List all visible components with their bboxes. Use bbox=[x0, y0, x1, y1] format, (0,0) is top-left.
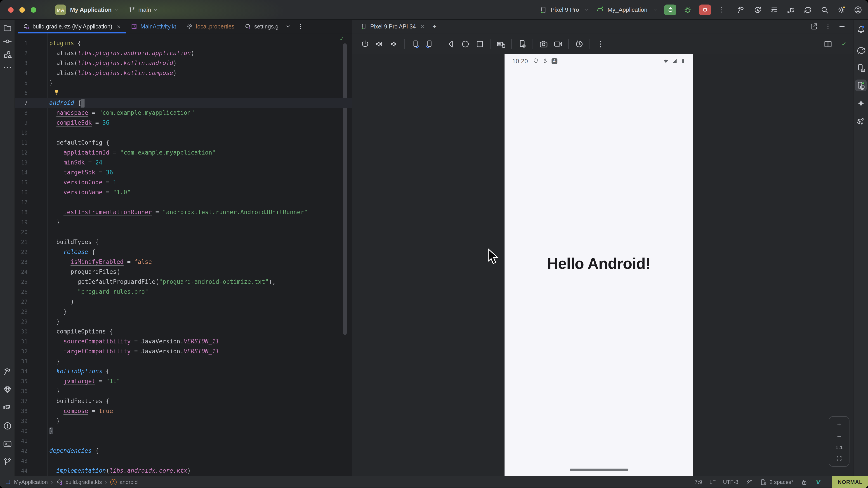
tool-window-button-commit[interactable] bbox=[1, 35, 13, 47]
volume-up-icon[interactable] bbox=[375, 39, 384, 48]
zoom-to-fit-button[interactable] bbox=[836, 455, 842, 462]
code-line-17[interactable]: 17 bbox=[15, 197, 352, 207]
indent-widget[interactable]: 2 spaces* bbox=[760, 478, 793, 486]
code-line-11[interactable]: 11 defaultConfig { bbox=[15, 138, 352, 148]
device-selector[interactable]: Pixel 9 Pro bbox=[539, 6, 589, 14]
code-line-5[interactable]: 5} bbox=[15, 78, 352, 88]
line-number[interactable]: 44 bbox=[15, 466, 28, 476]
line-number[interactable]: 21 bbox=[15, 237, 28, 247]
line-number[interactable]: 24 bbox=[15, 267, 28, 277]
attach-debugger-icon[interactable] bbox=[786, 5, 796, 14]
line-number[interactable]: 28 bbox=[15, 307, 28, 317]
line-number[interactable]: 39 bbox=[15, 416, 28, 426]
ai-assistant-disabled-icon[interactable] bbox=[745, 478, 753, 486]
line-number[interactable]: 25 bbox=[15, 277, 28, 287]
line-number[interactable]: 36 bbox=[15, 386, 28, 396]
code-line-16[interactable]: 16 versionName = "1.0" bbox=[15, 188, 352, 197]
code-line-7[interactable]: 7android { bbox=[15, 98, 352, 108]
line-number[interactable]: 38 bbox=[15, 406, 28, 416]
device-settings-icon[interactable] bbox=[518, 39, 527, 48]
code-line-3[interactable]: 3 alias(libs.plugins.kotlin.android) bbox=[15, 58, 352, 68]
line-number[interactable]: 41 bbox=[15, 436, 28, 446]
tool-window-button-device-manager[interactable] bbox=[855, 62, 867, 74]
phone-screen[interactable]: 10:20 A Hello Android! bbox=[504, 54, 693, 476]
more-vertical-icon[interactable] bbox=[824, 23, 832, 30]
close-window-button[interactable] bbox=[8, 7, 13, 12]
code-line-30[interactable]: 30 compileOptions { bbox=[15, 327, 352, 337]
overview-icon[interactable] bbox=[475, 39, 485, 48]
code-editor[interactable]: ✓ 1plugins {2 alias(libs.plugins.android… bbox=[15, 33, 352, 476]
more-run-actions-button[interactable] bbox=[718, 5, 725, 14]
line-number[interactable]: 23 bbox=[15, 257, 28, 267]
code-line-42[interactable]: 42dependencies { bbox=[15, 446, 352, 456]
line-number[interactable]: 29 bbox=[15, 317, 28, 327]
code-line-20[interactable]: 20 bbox=[15, 227, 352, 237]
tool-window-button-gradle[interactable] bbox=[855, 44, 867, 56]
screen-record-icon[interactable] bbox=[553, 39, 563, 48]
hide-icon[interactable] bbox=[838, 23, 846, 30]
line-number[interactable]: 22 bbox=[15, 247, 28, 257]
line-number[interactable]: 31 bbox=[15, 337, 28, 347]
line-number[interactable]: 14 bbox=[15, 168, 28, 177]
line-number[interactable]: 3 bbox=[15, 58, 28, 68]
run-configuration-selector[interactable]: My_Application bbox=[596, 5, 657, 14]
rerun-button[interactable] bbox=[664, 4, 676, 15]
line-number[interactable]: 13 bbox=[15, 158, 28, 168]
line-number[interactable]: 18 bbox=[15, 207, 28, 217]
editor-tab-local.properties[interactable]: local.properties bbox=[181, 20, 239, 33]
code-line-39[interactable]: 39 } bbox=[15, 416, 352, 426]
tool-window-button-resource-manager[interactable] bbox=[1, 48, 13, 60]
line-number[interactable]: 19 bbox=[15, 217, 28, 227]
zoom-window-button[interactable] bbox=[31, 7, 36, 12]
line-number[interactable]: 42 bbox=[15, 446, 28, 456]
line-number[interactable]: 7 bbox=[15, 98, 28, 108]
ideavim-icon[interactable]: V bbox=[815, 478, 822, 486]
code-line-1[interactable]: 1plugins { bbox=[15, 38, 352, 48]
breadcrumb-item-build.gradle.kts[interactable]: build.gradle.kts bbox=[56, 479, 102, 485]
line-number[interactable]: 8 bbox=[15, 108, 28, 118]
rotate-left-icon[interactable] bbox=[410, 39, 420, 48]
code-line-19[interactable]: 19 } bbox=[15, 217, 352, 227]
line-number[interactable]: 10 bbox=[15, 128, 28, 138]
more-vertical-icon[interactable] bbox=[596, 39, 605, 48]
tool-window-button-version-control[interactable] bbox=[1, 456, 13, 468]
tab-list-dropdown-icon[interactable] bbox=[285, 24, 291, 29]
editor-tab-build.gradle.kts[interactable]: build.gradle.kts (My Application)× bbox=[18, 20, 125, 33]
code-line-2[interactable]: 2 alias(libs.plugins.android.application… bbox=[15, 48, 352, 58]
line-number[interactable]: 9 bbox=[15, 118, 28, 128]
code-line-24[interactable]: 24 proguardFiles( bbox=[15, 267, 352, 277]
code-line-40[interactable]: 40} bbox=[15, 426, 352, 436]
code-line-18[interactable]: 18 testInstrumentationRunner = "androidx… bbox=[15, 207, 352, 217]
zoom-in-button[interactable]: + bbox=[837, 421, 841, 428]
encoding-widget[interactable]: UTF-8 bbox=[723, 479, 738, 485]
line-number[interactable]: 1 bbox=[15, 38, 28, 48]
code-line-29[interactable]: 29 } bbox=[15, 317, 352, 327]
line-number[interactable]: 17 bbox=[15, 197, 28, 207]
settings-icon[interactable] bbox=[837, 5, 846, 14]
caret-position-widget[interactable]: 7:9 bbox=[694, 479, 702, 485]
tool-window-button-notifications[interactable] bbox=[855, 24, 867, 35]
tool-window-button-terminal[interactable] bbox=[1, 438, 13, 450]
code-line-15[interactable]: 15 versionCode = 1 bbox=[15, 177, 352, 188]
line-separator-widget[interactable]: LF bbox=[709, 479, 716, 485]
editor-tab-settings.g[interactable]: settings.g bbox=[239, 20, 283, 33]
line-number[interactable]: 26 bbox=[15, 287, 28, 297]
code-line-14[interactable]: 14 targetSdk = 36 bbox=[15, 168, 352, 177]
line-number[interactable]: 34 bbox=[15, 366, 28, 377]
line-number[interactable]: 35 bbox=[15, 377, 28, 386]
stop-button[interactable] bbox=[699, 4, 711, 15]
add-device-tab-button[interactable]: + bbox=[428, 20, 441, 33]
line-number[interactable]: 16 bbox=[15, 188, 28, 197]
vim-mode-badge[interactable]: NORMAL bbox=[832, 476, 868, 488]
home-icon[interactable] bbox=[460, 39, 470, 48]
line-number[interactable]: 11 bbox=[15, 138, 28, 148]
build-icon[interactable] bbox=[737, 5, 745, 14]
code-line-34[interactable]: 34 kotlinOptions { bbox=[15, 366, 352, 377]
code-line-35[interactable]: 35 jvmTarget = "11" bbox=[15, 377, 352, 386]
tool-window-button-journeys[interactable] bbox=[855, 115, 867, 127]
rotate-right-icon[interactable] bbox=[425, 39, 434, 48]
hardware-input-icon[interactable] bbox=[496, 39, 506, 48]
zoom-out-button[interactable]: − bbox=[837, 433, 841, 440]
code-line-32[interactable]: 32 targetCompatibility = JavaVersion.VER… bbox=[15, 347, 352, 357]
code-line-4[interactable]: 4 alias(libs.plugins.kotlin.compose) bbox=[15, 68, 352, 78]
